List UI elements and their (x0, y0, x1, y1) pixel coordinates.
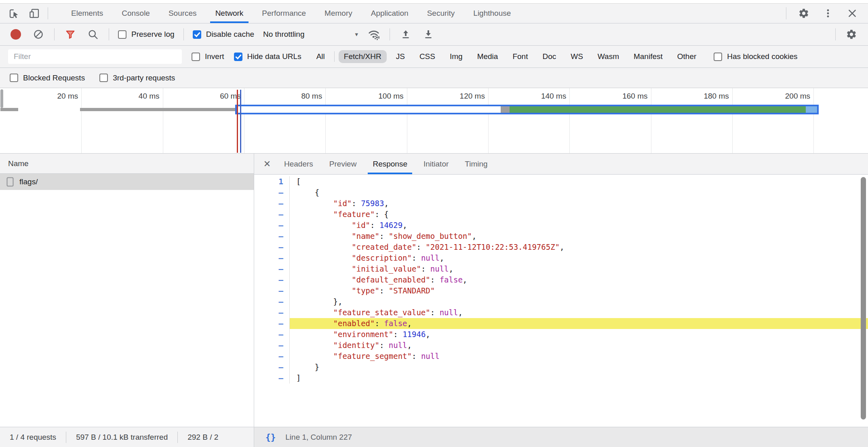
code-text: "feature_state_value": null, (290, 307, 868, 318)
column-header-name[interactable]: Name (0, 154, 254, 174)
tab-network[interactable]: Network (206, 4, 253, 23)
network-settings-gear-icon[interactable] (845, 27, 858, 41)
fold-marker-icon[interactable]: – (254, 209, 290, 220)
fold-marker-icon[interactable]: – (254, 329, 290, 340)
overview-scrollbar-thumb[interactable] (0, 89, 3, 108)
filter-toggle-button[interactable] (63, 27, 77, 41)
details-tab-initiator[interactable]: Initiator (415, 154, 457, 174)
has-blocked-cookies-label: Has blocked cookies (727, 52, 797, 61)
fold-marker-icon[interactable]: – (254, 362, 290, 373)
request-row-flags[interactable]: flags/ (0, 174, 254, 190)
import-har-icon[interactable] (399, 27, 413, 41)
fold-marker-icon[interactable]: – (254, 231, 290, 242)
details-tab-headers[interactable]: Headers (276, 154, 321, 174)
filter-type-other[interactable]: Other (672, 50, 702, 63)
filter-type-fetch-xhr[interactable]: Fetch/XHR (339, 50, 387, 63)
search-icon[interactable] (86, 27, 100, 41)
checkbox-icon[interactable] (234, 53, 242, 61)
filter-input[interactable] (8, 49, 182, 64)
preserve-log-checkbox[interactable]: Preserve log (118, 30, 175, 39)
record-network-log-button[interactable] (9, 27, 23, 41)
requests-summary-bar: 1 / 4 requests597 B / 10.1 kB transferre… (0, 427, 254, 447)
checkbox-icon[interactable] (118, 30, 126, 39)
inspect-element-icon[interactable] (7, 6, 21, 20)
fold-marker-icon[interactable]: – (254, 373, 290, 384)
response-line: – "feature": { (254, 209, 868, 220)
requests-list-pane: Name flags/ 1 / 4 requests597 B / 10.1 k… (0, 154, 254, 447)
details-tab-timing[interactable]: Timing (457, 154, 495, 174)
filter-type-doc[interactable]: Doc (537, 50, 561, 63)
fold-marker-icon[interactable]: – (254, 274, 290, 285)
filter-type-ws[interactable]: WS (565, 50, 588, 63)
filter-type-manifest[interactable]: Manifest (628, 50, 668, 63)
response-scrollbar-thumb[interactable] (861, 177, 866, 420)
blocked-requests-checkbox[interactable]: Blocked Requests (10, 74, 85, 82)
filter-type-img[interactable]: Img (445, 50, 468, 63)
network-overview-timeline[interactable]: 20 ms40 ms60 ms80 ms100 ms120 ms140 ms16… (0, 88, 868, 154)
filter-type-all[interactable]: All (311, 50, 330, 63)
checkbox-icon[interactable] (193, 30, 201, 39)
response-body-viewer[interactable]: 1[– {– "id": 75983,– "feature": {– "id":… (254, 175, 868, 427)
filter-type-media[interactable]: Media (472, 50, 504, 63)
fold-marker-icon[interactable]: – (254, 242, 290, 253)
settings-gear-icon[interactable] (797, 6, 811, 20)
tab-memory[interactable]: Memory (315, 4, 362, 23)
has-blocked-cookies-checkbox[interactable]: Has blocked cookies (714, 52, 797, 61)
filter-type-css[interactable]: CSS (414, 50, 440, 63)
bar-segment-lightblue (806, 106, 817, 113)
fold-marker-icon[interactable]: – (254, 296, 290, 307)
tab-performance[interactable]: Performance (253, 4, 315, 23)
throttling-select[interactable]: No throttling ▾ (263, 30, 358, 39)
details-tabbar: ✕ HeadersPreviewResponseInitiatorTiming (254, 154, 868, 175)
tab-console[interactable]: Console (112, 4, 159, 23)
details-tab-response[interactable]: Response (364, 154, 415, 174)
fold-marker-icon[interactable]: – (254, 285, 290, 296)
checkbox-icon[interactable] (99, 74, 108, 82)
fold-marker-icon[interactable]: – (254, 264, 290, 274)
export-har-icon[interactable] (421, 27, 435, 41)
format-pretty-print-icon[interactable]: {} (265, 432, 276, 442)
tab-sources[interactable]: Sources (159, 4, 206, 23)
checkbox-icon[interactable] (714, 53, 722, 61)
response-line: – "feature_state_value": null, (254, 307, 868, 318)
clear-network-log-button[interactable] (32, 27, 45, 41)
filter-type-font[interactable]: Font (507, 50, 533, 63)
fold-marker-icon[interactable]: – (254, 340, 290, 351)
fold-marker-icon[interactable]: – (254, 318, 290, 329)
timeline-gridline (81, 88, 82, 153)
checkbox-icon[interactable] (192, 53, 200, 61)
timeline-tick-label: 60 ms (183, 92, 241, 101)
fold-marker-icon[interactable]: – (254, 198, 290, 209)
checkbox-icon[interactable] (10, 74, 18, 82)
hide-data-urls-checkbox[interactable]: Hide data URLs (234, 52, 301, 61)
filter-type-wasm[interactable]: Wasm (592, 50, 624, 63)
selected-request-bar[interactable] (235, 105, 819, 114)
more-options-icon[interactable] (821, 6, 835, 20)
response-status-bar: {} Line 1, Column 227 (254, 427, 868, 447)
main-tabbar: ElementsConsoleSourcesNetworkPerformance… (0, 4, 868, 23)
filter-type-js[interactable]: JS (391, 50, 410, 63)
network-conditions-icon[interactable] (367, 27, 381, 41)
tab-lighthouse[interactable]: Lighthouse (464, 4, 520, 23)
third-party-requests-checkbox[interactable]: 3rd-party requests (99, 74, 175, 82)
close-details-icon[interactable]: ✕ (258, 154, 276, 174)
response-line: – "created_date": "2021-11-12T10:22:53.4… (254, 242, 868, 253)
tab-elements[interactable]: Elements (62, 4, 112, 23)
fold-marker-icon[interactable]: – (254, 307, 290, 318)
disable-cache-checkbox[interactable]: Disable cache (193, 30, 254, 39)
close-devtools-icon[interactable] (845, 6, 859, 20)
request-timing-bar[interactable] (0, 108, 18, 111)
invert-checkbox[interactable]: Invert (192, 52, 224, 61)
code-text: "feature_segment": null (290, 351, 868, 362)
fold-marker-icon[interactable]: – (254, 351, 290, 362)
fold-marker-icon[interactable]: – (254, 253, 290, 264)
fold-marker-icon[interactable]: – (254, 187, 290, 198)
timeline-gridline (163, 88, 163, 153)
tab-security[interactable]: Security (418, 4, 464, 23)
details-tab-preview[interactable]: Preview (321, 154, 365, 174)
line-number: 1 (254, 176, 290, 187)
fold-marker-icon[interactable]: – (254, 220, 290, 231)
tab-application[interactable]: Application (362, 4, 418, 23)
tabbar-right-icons (786, 6, 868, 20)
device-toolbar-icon[interactable] (27, 6, 41, 20)
